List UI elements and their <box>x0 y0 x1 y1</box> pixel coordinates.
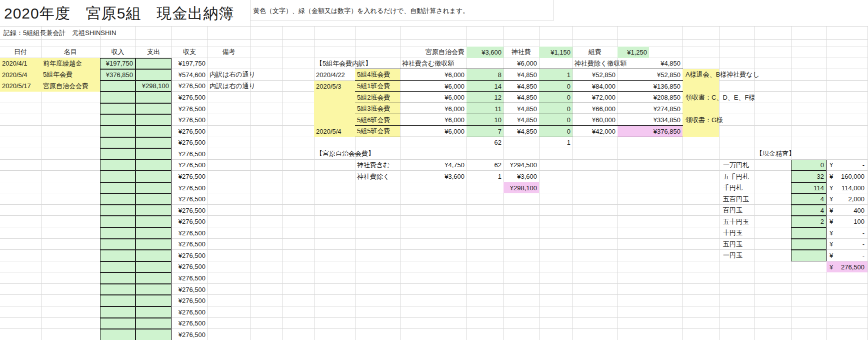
count2-cell[interactable]: 0 <box>539 103 572 115</box>
cumulative-cell: ¥376,850 <box>618 126 682 137</box>
denomination-count-cell[interactable] <box>791 239 826 250</box>
without-shrine-label: 神社費除く徴収額 <box>572 58 618 70</box>
page-title: 2020年度 宮原5組 現金出納簿 <box>4 4 234 24</box>
breakdown-name-cell[interactable]: 5組3班会費 <box>355 103 400 115</box>
breakdown-name-cell[interactable]: 5組2班会費 <box>355 92 400 103</box>
breakdown-name-cell[interactable]: 5組1班会費 <box>355 81 400 92</box>
denomination-amount-cell: ¥ - <box>826 239 868 250</box>
annual-fee-breakdown-table: 【5組年会費内訳】 神社費含む徴収額 ¥6,000 神社費除く徴収額 ¥4,85… <box>0 58 868 149</box>
expense-cell[interactable] <box>136 284 172 295</box>
cash-check-row: 十円玉 ¥ - <box>0 227 868 239</box>
header-date: 日付 <box>0 47 41 58</box>
breakdown-note-text: 領収書：G様 <box>686 116 723 125</box>
count-cell[interactable]: 14 <box>466 81 504 92</box>
denomination-label: 千円札 <box>719 182 791 194</box>
denomination-count-cell[interactable]: 114 <box>791 182 826 194</box>
ledger-empty-row: ¥276,500 <box>0 295 868 306</box>
gridline-h <box>0 39 868 40</box>
breakdown-totals-row: 62 1 <box>0 137 868 149</box>
income-cell[interactable] <box>100 272 136 284</box>
breakdown-note-cell[interactable] <box>682 81 719 92</box>
yen-sign: ¥ <box>830 263 833 271</box>
income-cell[interactable] <box>100 295 136 306</box>
income-cell[interactable] <box>100 284 136 295</box>
amount-cell: ¥72,000 <box>572 92 618 103</box>
breakdown-date-cell[interactable]: 2020/4/22 <box>314 69 355 81</box>
breakdown-name-cell[interactable]: 5組5班会費 <box>355 126 400 137</box>
usage-hint: 黄色（文字）、緑（金額又は数字）を入れるだけで、自動計算されます。 <box>253 7 469 16</box>
amount-cell: ¥52,850 <box>572 69 618 81</box>
count2-cell[interactable]: 0 <box>539 81 572 92</box>
denomination-label: 五円玉 <box>719 239 791 250</box>
breakdown-row: 2020/5/4 5組5班会費 ¥6,000 7 ¥4,850 0 ¥42,00… <box>0 126 868 137</box>
breakdown-date-cell[interactable]: 2020/5/3 <box>314 81 355 92</box>
count-cell[interactable]: 10 <box>466 114 504 126</box>
denomination-count-cell[interactable]: 2 <box>791 216 826 227</box>
yen-sign: ¥ <box>830 207 833 214</box>
denomination-count-cell[interactable]: 4 <box>791 205 826 216</box>
cash-check-row: 五千円札 32 ¥ 160,000 <box>0 171 868 182</box>
cash-check-row: 五円玉 ¥ - <box>0 239 868 250</box>
count-cell[interactable]: 7 <box>466 126 504 137</box>
cash-check-row: 五十円玉 2 ¥ 100 <box>0 216 868 227</box>
denomination-label: 五千円札 <box>719 171 791 182</box>
breakdown-note-cell[interactable]: 領収書：G様 <box>682 114 719 126</box>
fee2-cell: ¥4,850 <box>504 69 539 81</box>
header-name: 名目 <box>41 47 100 58</box>
balance-cell: ¥276,500 <box>172 272 208 284</box>
total-count2-cell: 1 <box>539 137 572 149</box>
cumulative-cell: ¥274,850 <box>618 103 682 115</box>
denomination-count-cell[interactable]: 0 <box>791 160 826 171</box>
income-cell[interactable] <box>100 306 136 318</box>
denomination-amount-cell: ¥ 114,000 <box>826 182 868 194</box>
fee-cell: ¥6,000 <box>400 126 466 137</box>
count2-cell[interactable]: 1 <box>539 69 572 81</box>
denomination-count-cell[interactable] <box>791 227 826 239</box>
cash-check-row: 一万円札 0 ¥ - <box>0 160 868 171</box>
count-cell[interactable]: 11 <box>466 103 504 115</box>
yen-sign: ¥ <box>830 173 833 180</box>
count-cell[interactable]: 8 <box>466 69 504 81</box>
expense-cell[interactable] <box>136 295 172 306</box>
breakdown-date-cell[interactable] <box>314 92 355 103</box>
denomination-amount: - <box>862 240 864 248</box>
count2-cell[interactable]: 0 <box>539 92 572 103</box>
denomination-amount-cell: ¥ 100 <box>826 216 868 227</box>
cumulative-cell: ¥334,850 <box>618 114 682 126</box>
cash-check-table: 【現金精査】 一万円札 0 ¥ - 五千円札 32 ¥ <box>0 148 868 272</box>
breakdown-date-cell[interactable]: 2020/5/4 <box>314 126 355 137</box>
breakdown-note-cell[interactable]: A様退会、B様神社費なし <box>682 69 719 81</box>
income-cell[interactable] <box>100 329 136 340</box>
expense-cell[interactable] <box>136 318 172 329</box>
breakdown-note-cell[interactable]: 領収書：C、D、E、F様 <box>682 92 719 103</box>
income-cell[interactable] <box>100 318 136 329</box>
breakdown-date-cell[interactable] <box>314 103 355 115</box>
balance-cell: ¥276,500 <box>172 318 208 329</box>
breakdown-name-cell[interactable]: 5組4班会費 <box>355 69 400 81</box>
denomination-count-cell[interactable] <box>791 250 826 261</box>
breakdown-note-cell[interactable] <box>682 126 719 137</box>
amount-cell: ¥42,000 <box>572 126 618 137</box>
fee-cell: ¥6,000 <box>400 92 466 103</box>
breakdown-date-cell[interactable] <box>314 114 355 126</box>
denomination-label: 五百円玉 <box>719 193 791 205</box>
header-note: 備考 <box>208 47 250 58</box>
with-shrine-label: 神社費含む徴収額 <box>400 58 466 70</box>
balance-cell: ¥276,500 <box>172 295 208 306</box>
cash-total-cell: ¥ 276,500 <box>826 261 868 273</box>
denomination-count-cell[interactable]: 4 <box>791 193 826 205</box>
yen-sign: ¥ <box>830 218 833 225</box>
count-cell[interactable]: 12 <box>466 92 504 103</box>
cash-check-row: 五百円玉 4 ¥ 2,000 <box>0 193 868 205</box>
breakdown-name-cell[interactable]: 5組6班会費 <box>355 114 400 126</box>
count2-cell[interactable]: 0 <box>539 114 572 126</box>
yen-sign: ¥ <box>830 161 833 169</box>
count2-cell[interactable]: 0 <box>539 126 572 137</box>
denomination-count-cell[interactable]: 32 <box>791 171 826 182</box>
breakdown-row: 5組2班会費 ¥6,000 12 ¥4,850 0 ¥72,000 ¥208,8… <box>0 92 868 103</box>
expense-cell[interactable] <box>136 306 172 318</box>
expense-cell[interactable] <box>136 272 172 284</box>
expense-cell[interactable] <box>136 329 172 340</box>
breakdown-note-cell[interactable] <box>682 103 719 115</box>
amount-cell: ¥66,000 <box>572 103 618 115</box>
